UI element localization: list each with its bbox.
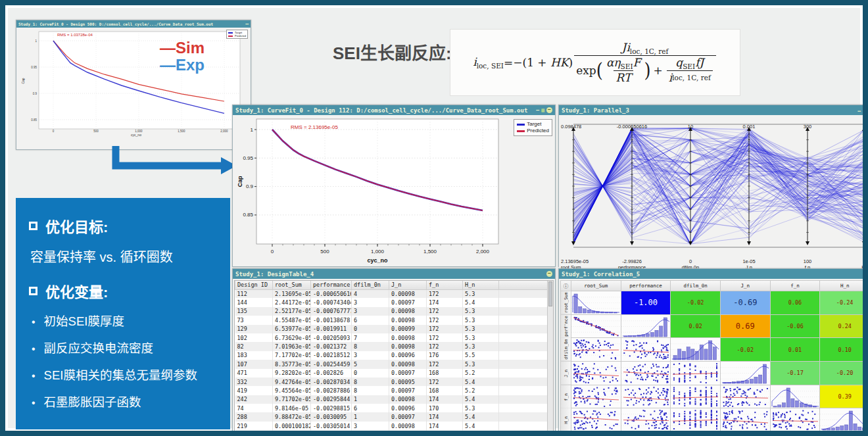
table-row[interactable]: 1837.17702e-05-0.0021851230.000961765.5 <box>235 351 553 360</box>
table-cell: 0.00097 <box>389 430 427 432</box>
curvefit-close-icon[interactable]: − <box>546 107 552 113</box>
table-cell: 8 <box>352 342 389 351</box>
table-column-header[interactable] <box>499 281 553 289</box>
designtable-close-icon[interactable]: − <box>546 271 552 277</box>
table-cell <box>499 377 553 386</box>
parallel-axis-label: 100 <box>804 258 812 264</box>
mini-curvefit-window[interactable]: Study_1: CurveFit_0 - Design 500: D:/com… <box>16 20 251 150</box>
correlation-close-icon[interactable]: − <box>863 271 868 277</box>
table-row[interactable]: 1026.73629e-05-0.0020509370.000981725.3 <box>235 333 553 342</box>
table-cell: 5.4 <box>463 412 499 421</box>
curvefit-chart[interactable]: 10.950.90.8505001,0001,5002,000Capcyc_no <box>233 115 555 265</box>
table-cell: 0.00097 <box>389 412 427 421</box>
table-column-header[interactable]: root_Sum <box>273 281 311 289</box>
parallel-more-icon[interactable]: … <box>857 107 861 113</box>
sei-formula: iloc, SEI = −(1 + HK) Jiloc, 1C, ref exp… <box>473 41 717 85</box>
table-row[interactable]: 2429.71702e-05-0.0029584410.000981745.4 <box>235 395 553 404</box>
table-column-header[interactable]: f_n <box>427 281 463 289</box>
curvefit-minimize-icon[interactable]: – <box>536 107 539 113</box>
table-row[interactable]: 2889.88472e-05-0.003009510.000971745.4 <box>235 412 553 421</box>
curvefit-plot-body: 10.950.90.8505001,0001,5002,000Capcyc_no… <box>233 115 555 266</box>
correlation-column-header: root_Sum <box>571 281 621 291</box>
curvefit-legend: Target Predicted <box>514 119 552 136</box>
table-row[interactable]: 734.55487e-05-0.0013867860.000981725.3 <box>235 316 553 324</box>
table-cell: 0.00097 <box>389 298 427 306</box>
table-cell: 5.4 <box>463 377 499 386</box>
curvefit-titlebar[interactable]: Study_1: CurveFit_0 - Design 112: D:/com… <box>233 105 555 115</box>
correlation-scatter-cell <box>671 408 720 431</box>
correlation-value-cell: 0.06 <box>771 291 820 314</box>
table-row[interactable]: 1078.35773e-05-0.0025445950.000981725.3 <box>235 360 553 368</box>
table-cell: 5 <box>352 360 389 368</box>
table-cell: 5.3 <box>463 316 499 324</box>
correlation-matrix[interactable]: ⓘroot_Sumperformancedfilm_0nJ_nf_nH_nroo… <box>560 280 868 432</box>
curvefit-float-icon[interactable]: ▦ <box>541 107 544 113</box>
correlation-value-cell: 0.69 <box>721 315 770 338</box>
designtable-window[interactable]: Study_1: DesignTable_4 − Design IDroot_S… <box>232 268 556 434</box>
correlation-window[interactable]: Study_1: Correlation_5 − ⓘroot_Sumperfor… <box>558 268 868 434</box>
svg-text:cyc_no: cyc_no <box>367 257 388 264</box>
table-column-header[interactable]: J_n <box>389 281 427 289</box>
correlation-value-cell: -0.69 <box>721 291 770 314</box>
table-row[interactable]: 3329.42764e-05-0.0028703480.000951725.4 <box>235 377 553 386</box>
correlation-value-cell: -0.06 <box>771 315 820 338</box>
mini-minimize-icon[interactable]: – <box>245 21 249 27</box>
table-cell <box>499 325 553 333</box>
table-cell: 288 <box>235 412 273 421</box>
table-cell: 9.71702e-05 <box>273 395 311 404</box>
designtable-scrollbar[interactable] <box>547 281 553 431</box>
table-cell: 6.53977e-05 <box>273 325 311 333</box>
table-cell <box>499 307 553 316</box>
table-column-header[interactable]: Design ID <box>235 281 273 289</box>
parallel-close-icon[interactable]: − <box>863 107 868 113</box>
correlation-histogram-cell <box>721 362 770 385</box>
table-cell: 6 <box>352 404 389 412</box>
table-row[interactable]: 1296.53977e-05-0.001991100.000991725.3 <box>235 325 553 333</box>
table-cell: 174 <box>427 395 463 404</box>
correlation-titlebar[interactable]: Study_1: Correlation_5 − <box>559 269 868 279</box>
table-cell: 0.00096 <box>389 404 427 412</box>
table-cell: 168 <box>427 369 463 377</box>
table-row[interactable]: 4199.45564e-05-0.0028788680.000971685.2 <box>235 386 553 395</box>
table-cell: 3 <box>352 351 389 360</box>
table-column-header[interactable]: dfilm_0n <box>352 281 389 289</box>
table-row[interactable]: 749.8146e-05-0.0029881560.000961705.3 <box>235 404 553 412</box>
correlation-scatter-cell <box>621 408 671 431</box>
table-row[interactable]: 1122.13695e-05-0.00065061640.000981725.3 <box>235 289 553 298</box>
info-heading-variables: 优化变量: <box>29 280 217 301</box>
svg-text:2,000: 2,000 <box>476 249 490 254</box>
table-cell <box>499 369 553 377</box>
table-row[interactable]: 4590.000102083-0.0030662400.000971685.2 <box>235 430 553 432</box>
designtable-titlebar[interactable]: Study_1: DesignTable_4 − <box>233 269 555 279</box>
table-cell: 135 <box>235 307 273 316</box>
correlation-scatter-cell <box>721 385 770 408</box>
parallel-plot[interactable] <box>559 123 868 249</box>
correlation-histogram-cell <box>771 385 820 408</box>
table-column-header[interactable]: H_n <box>463 281 499 289</box>
info-panel: 优化目标: 容量保持率 vs. 循环圈数 优化变量: •初始SEI膜厚度•副反应… <box>16 198 230 429</box>
table-cell: 8 <box>352 386 389 395</box>
table-cell: -0.000650616 <box>311 289 352 298</box>
table-cell: 0 <box>352 325 389 333</box>
correlation-value-cell: -1.00 <box>621 291 671 314</box>
designtable-title: Study_1: DesignTable_4 <box>235 271 546 278</box>
mini-window-titlebar[interactable]: Study_1: CurveFit_0 - Design 500: D:/com… <box>16 20 251 28</box>
mini-chart[interactable]: 10.950.90.8505001,0001,5002,000Capcyc_no <box>16 28 251 148</box>
table-row[interactable]: 4719.28202e-05-0.00282600.000971685.2 <box>235 369 553 377</box>
table-row[interactable]: 827.01963e-05-0.002137280.000981725.3 <box>235 342 553 351</box>
table-row[interactable]: 2190.000100182-0.0030501430.000981745.4 <box>235 422 553 430</box>
table-cell: 5.3 <box>463 404 499 412</box>
table-cell: 107 <box>235 360 273 368</box>
correlation-value-cell: 0.02 <box>671 315 720 338</box>
parallel-titlebar[interactable]: Study_1: Parallel_3 … − <box>559 105 868 115</box>
table-cell: 0.00098 <box>389 289 427 298</box>
parallel-window[interactable]: Study_1: Parallel_3 … − 0.098478-0.00065… <box>558 105 868 267</box>
info-icon[interactable]: ⓘ <box>561 281 571 291</box>
table-cell <box>499 351 553 360</box>
table-row[interactable]: 1442.44172e-05-0.00074340430.000971745.4 <box>235 298 553 306</box>
curvefit-rms-label: RMS = 2.13695e-05 <box>291 124 338 130</box>
correlation-title: Study_1: Correlation_5 <box>562 271 863 278</box>
table-column-header[interactable]: performance <box>311 281 352 289</box>
table-row[interactable]: 1352.52177e-05-0.00076777730.000981725.3 <box>235 307 553 316</box>
curvefit-window[interactable]: Study_1: CurveFit_0 - Design 112: D:/com… <box>232 105 556 267</box>
